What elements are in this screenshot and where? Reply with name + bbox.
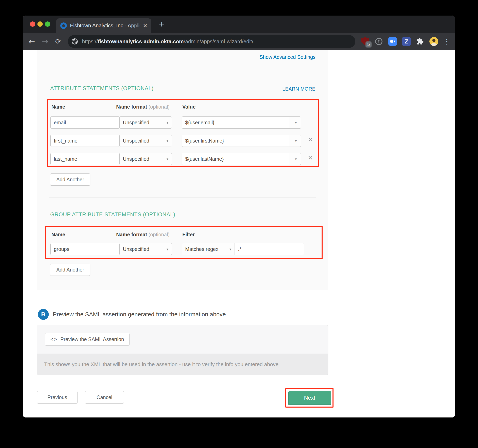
url-bar[interactable]: https://fishtownanalytics-admin.okta.com…	[68, 35, 355, 48]
adblock-badge: 5	[365, 42, 371, 48]
name-format-select[interactable]: Unspecified▾	[120, 243, 172, 255]
column-header-name-format: Name format (optional)	[116, 104, 170, 110]
previous-button[interactable]: Previous	[37, 391, 77, 404]
add-another-attribute-button[interactable]: Add Another	[50, 173, 90, 186]
preview-note: This shows you the XML that will be used…	[37, 354, 328, 375]
learn-more-link[interactable]: LEARN MORE	[282, 86, 315, 92]
remove-row-icon[interactable]: ✕	[308, 155, 313, 161]
attribute-name-input[interactable]	[50, 153, 120, 165]
chevron-down-icon: ▾	[295, 139, 297, 143]
url-scheme: https://	[82, 38, 98, 44]
tab-title: Fishtown Analytics, Inc - Applic	[70, 22, 141, 29]
avatar-image	[429, 37, 438, 46]
profile-avatar[interactable]	[429, 37, 438, 46]
extensions-puzzle-icon[interactable]	[416, 37, 425, 46]
name-format-value: Unspecified	[123, 120, 149, 126]
back-icon[interactable]: ←	[29, 38, 35, 45]
url-path: /admin/apps/saml-wizard/edit/	[184, 38, 253, 44]
optional-label: (optional)	[149, 232, 170, 237]
forward-icon[interactable]: →	[42, 38, 48, 45]
url-domain: fishtownanalytics-admin.okta.com	[98, 38, 184, 44]
optional-label: (optional)	[149, 104, 170, 110]
video-camera-icon	[388, 37, 397, 46]
password-manager-extension-icon[interactable]	[374, 37, 383, 46]
column-header-value: Value	[182, 104, 195, 110]
name-format-value: Unspecified	[123, 156, 149, 162]
preview-saml-assertion-button[interactable]: <>Preview the SAML Assertion	[45, 333, 130, 345]
column-header-filter: Filter	[182, 232, 195, 238]
attribute-name-input[interactable]	[50, 135, 120, 147]
globe-icon[interactable]	[71, 38, 78, 45]
window-close-button[interactable]	[30, 21, 35, 27]
tab-title-fade	[129, 22, 141, 29]
chevron-down-icon: ▾	[295, 121, 297, 125]
filter-type-value: Matches regex	[185, 246, 218, 252]
column-header-name: Name	[51, 104, 65, 110]
adblock-extension-icon[interactable]: 5	[361, 37, 370, 46]
step-b-badge: B	[38, 309, 49, 320]
group-attribute-row: Unspecified▾ Matches regex▾	[50, 243, 320, 255]
extensions-row: 5 Z	[361, 37, 451, 46]
url-text: https://fishtownanalytics-admin.okta.com…	[82, 38, 253, 45]
group-name-input[interactable]	[50, 243, 120, 255]
saml-settings-card: Show Advanced Settings ATTRIBUTE STATEME…	[37, 50, 328, 290]
chevron-down-icon: ▾	[167, 157, 168, 161]
browser-window: Fishtown Analytics, Inc - Applic ✕ + ← →…	[23, 16, 455, 417]
attribute-value-input[interactable]	[182, 153, 289, 165]
preview-button-label: Preview the SAML Assertion	[60, 336, 124, 342]
column-header-name-format: Name format (optional)	[116, 232, 170, 238]
okta-favicon-icon	[60, 22, 67, 29]
tab-close-icon[interactable]: ✕	[143, 23, 147, 29]
show-advanced-settings-link[interactable]: Show Advanced Settings	[259, 54, 315, 60]
divider	[49, 197, 316, 198]
chevron-down-icon: ▾	[167, 247, 168, 251]
window-zoom-button[interactable]	[45, 21, 50, 27]
preview-section-heading: Preview the SAML assertion generated fro…	[53, 311, 226, 318]
attribute-name-input[interactable]	[50, 117, 120, 129]
zoom-extension-icon[interactable]	[388, 37, 397, 46]
name-format-select[interactable]: Unspecified▾	[120, 153, 172, 165]
window-minimize-button[interactable]	[38, 21, 43, 27]
name-format-value: Unspecified	[123, 246, 149, 252]
name-format-value: Unspecified	[123, 138, 149, 144]
attribute-row: Unspecified▾ ▾ ✕	[50, 153, 320, 165]
browser-menu-icon[interactable]: ⋮	[443, 38, 451, 45]
new-tab-button[interactable]: +	[159, 19, 164, 29]
value-dropdown-button[interactable]: ▾	[289, 153, 301, 165]
code-brackets-icon: <>	[50, 336, 57, 342]
attribute-value-input[interactable]	[182, 135, 289, 147]
name-format-select[interactable]: Unspecified▾	[120, 117, 172, 129]
chevron-down-icon: ▾	[229, 247, 231, 251]
attribute-value-input[interactable]	[182, 117, 289, 129]
chevron-down-icon: ▾	[167, 121, 168, 125]
page-content: Show Advanced Settings ATTRIBUTE STATEME…	[23, 50, 455, 417]
filter-value-input[interactable]	[234, 243, 304, 255]
attribute-row: Unspecified▾ ▾	[50, 117, 320, 129]
browser-tab[interactable]: Fishtown Analytics, Inc - Applic ✕	[56, 18, 151, 33]
browser-toolbar: ← → ⟳ https://fishtownanalytics-admin.ok…	[23, 33, 455, 50]
preview-panel-top: <>Preview the SAML Assertion	[37, 325, 328, 354]
tab-strip: Fishtown Analytics, Inc - Applic ✕ +	[23, 16, 455, 33]
name-format-select[interactable]: Unspecified▾	[120, 135, 172, 147]
filter-type-select[interactable]: Matches regex▾	[182, 243, 235, 255]
next-button[interactable]: Next	[288, 391, 331, 405]
cancel-button[interactable]: Cancel	[85, 391, 124, 404]
attribute-row: Unspecified▾ ▾ ✕	[50, 135, 320, 147]
chevron-down-icon: ▾	[167, 139, 168, 143]
add-another-group-button[interactable]: Add Another	[50, 264, 90, 276]
value-dropdown-button[interactable]: ▾	[289, 117, 301, 129]
z-letter-icon: Z	[402, 37, 411, 46]
attribute-statements-title: ATTRIBUTE STATEMENTS (OPTIONAL)	[50, 85, 154, 92]
value-dropdown-button[interactable]: ▾	[289, 135, 301, 147]
group-attribute-statements-title: GROUP ATTRIBUTE STATEMENTS (OPTIONAL)	[50, 211, 175, 218]
z-extension-icon[interactable]: Z	[402, 37, 411, 46]
reload-icon[interactable]: ⟳	[55, 38, 61, 45]
column-header-name: Name	[51, 232, 65, 238]
remove-row-icon[interactable]: ✕	[308, 137, 313, 143]
chevron-down-icon: ▾	[295, 157, 297, 161]
preview-panel: <>Preview the SAML Assertion This shows …	[37, 325, 328, 375]
